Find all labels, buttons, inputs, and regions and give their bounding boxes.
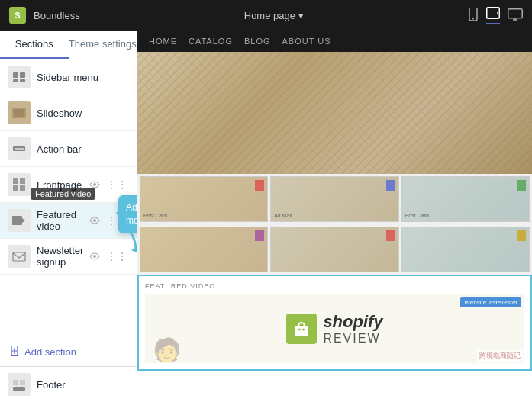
svg-point-3 <box>497 12 498 14</box>
svg-rect-8 <box>20 79 25 82</box>
sidebar-item-sidebar-menu[interactable]: Sidebar menu <box>0 59 137 95</box>
mobile-icon[interactable] <box>468 8 479 24</box>
chevron-down-icon: ▾ <box>298 10 304 21</box>
featured-video-section-label: FEATURED VIDEO <box>145 282 524 290</box>
svg-rect-25 <box>13 387 25 391</box>
shopify-review-logo: shopify REVIEW <box>286 312 382 346</box>
action-bar-label: Action bar <box>37 143 129 155</box>
postcard-2: Air Mail <box>270 176 398 222</box>
watermark: 跨境电商随记 <box>477 350 523 362</box>
newsletter-signup-label: Newsletter signup <box>37 245 88 268</box>
sidebar-item-featured-video[interactable]: Featured video Featured video ⋮⋮ Add, re… <box>0 203 137 239</box>
tab-sections[interactable]: Sections <box>0 31 69 59</box>
featured-video-section: FEATURED VIDEO WebsiteTasteTester 🧑 shop… <box>137 275 532 371</box>
footer-icon <box>8 373 31 396</box>
preview-nav-catalog: CATALOG <box>189 37 233 46</box>
svg-rect-14 <box>20 178 25 184</box>
svg-point-1 <box>472 18 474 19</box>
sidebar: Sections Theme settings Sidebar menu Sli… <box>0 31 137 402</box>
svg-rect-7 <box>13 79 18 82</box>
sidebar-item-newsletter-signup[interactable]: Newsletter signup ⋮⋮ <box>0 239 137 275</box>
svg-rect-6 <box>20 72 25 78</box>
sidebar-footer: Footer <box>0 366 137 402</box>
svg-point-17 <box>93 183 96 186</box>
add-section-button[interactable]: Add section <box>0 338 137 366</box>
hero-texture <box>137 52 532 174</box>
postcard-5 <box>270 227 398 272</box>
top-bar-left: S Boundless <box>9 7 80 24</box>
svg-rect-4 <box>508 8 523 18</box>
svg-rect-5 <box>13 72 18 78</box>
svg-point-20 <box>93 219 96 222</box>
page-selector[interactable]: Home page ▾ <box>244 10 304 21</box>
svg-rect-27 <box>20 380 25 385</box>
action-bar-icon <box>8 137 31 160</box>
svg-point-28 <box>298 329 301 331</box>
postcard-1: Post Card <box>140 176 268 222</box>
featured-video-visibility-btn[interactable] <box>88 213 102 228</box>
character-illustration: 🧑 <box>153 336 181 363</box>
featured-video-content: WebsiteTasteTester 🧑 shopify REVIEW 跨境电商… <box>145 294 524 363</box>
postcard-text-1: Post Card <box>143 213 167 218</box>
footer-label: Footer <box>37 379 129 391</box>
page-label: Home page <box>244 10 295 21</box>
preview-hero <box>137 52 532 174</box>
shopify-text: shopify <box>323 312 382 331</box>
preview-frame: HOME CATALOG BLOG ABOUT US Post Card Air… <box>137 31 532 402</box>
tablet-icon[interactable] <box>486 7 500 24</box>
top-bar: S Boundless Home page ▾ <box>0 0 532 31</box>
sidebar-menu-label: Sidebar menu <box>37 72 129 83</box>
postcard-stamp-6 <box>517 230 526 241</box>
postcard-6 <box>401 227 530 272</box>
frontpage-drag-btn[interactable]: ⋮⋮ <box>105 177 129 192</box>
sidebar-items: Sidebar menu Slideshow Action bar <box>0 59 137 338</box>
add-section-icon <box>9 346 20 359</box>
svg-rect-22 <box>13 252 25 261</box>
sidebar-item-action-bar[interactable]: Action bar <box>0 131 137 167</box>
svg-rect-13 <box>13 178 18 184</box>
store-name: Boundless <box>34 10 80 21</box>
featured-video-tooltip-label: Featured video <box>31 188 95 200</box>
preview-nav-blog: BLOG <box>244 37 271 46</box>
newsletter-visibility-btn[interactable] <box>88 249 102 264</box>
postcard-stamp-1 <box>255 180 264 191</box>
preview-area: HOME CATALOG BLOG ABOUT US Post Card Air… <box>137 31 532 402</box>
postcard-text-3: Post Card <box>405 213 429 218</box>
svg-rect-16 <box>20 185 25 191</box>
shopify-bag-icon <box>286 314 317 344</box>
preview-postcards-row1: Post Card Air Mail Post Card <box>137 174 532 224</box>
postcard-stamp-4 <box>255 230 264 241</box>
sidebar-item-footer[interactable]: Footer <box>0 367 137 402</box>
desktop-icon[interactable] <box>508 8 523 23</box>
preview-nav-home: HOME <box>149 37 177 46</box>
featured-video-label: Featured video <box>37 209 88 232</box>
website-tester-badge: WebsiteTasteTester <box>460 297 521 307</box>
review-text: REVIEW <box>323 332 380 345</box>
preview-nav: HOME CATALOG BLOG ABOUT US <box>137 31 532 52</box>
postcard-stamp-3 <box>517 180 526 191</box>
postcard-stamp-2 <box>386 180 395 191</box>
svg-rect-12 <box>15 148 24 150</box>
newsletter-signup-icon <box>8 245 31 268</box>
svg-rect-26 <box>13 380 18 385</box>
frontpage-icon <box>8 173 31 196</box>
device-switcher <box>468 7 523 24</box>
shopify-logo: S <box>9 7 26 24</box>
svg-point-23 <box>93 255 96 258</box>
postcard-stamp-5 <box>386 230 395 241</box>
add-section-label: Add section <box>24 346 76 358</box>
preview-nav-about: ABOUT US <box>282 37 331 46</box>
svg-point-29 <box>302 329 305 331</box>
sidebar-item-slideshow[interactable]: Slideshow <box>0 95 137 131</box>
sidebar-menu-icon <box>8 66 31 88</box>
slideshow-label: Slideshow <box>37 108 129 119</box>
postcard-4 <box>140 227 268 272</box>
svg-rect-10 <box>14 109 24 117</box>
main-layout: Sections Theme settings Sidebar menu Sli… <box>0 31 532 402</box>
shopify-brand-text: shopify REVIEW <box>323 312 382 346</box>
tab-theme-settings[interactable]: Theme settings <box>69 31 137 59</box>
slideshow-icon <box>8 101 31 124</box>
sidebar-tabs: Sections Theme settings <box>0 31 137 59</box>
preview-postcards-row2 <box>137 224 532 275</box>
svg-marker-19 <box>22 218 25 223</box>
